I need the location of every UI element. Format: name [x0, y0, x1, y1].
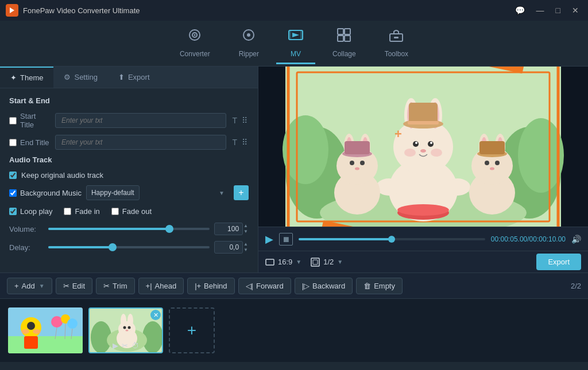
panel-content: Start & End Start Title T ⠿ End Title	[0, 88, 258, 272]
nav-converter[interactable]: Converter	[168, 22, 222, 64]
behind-button[interactable]: |+ Behind	[187, 278, 234, 294]
volume-slider-fill	[48, 228, 169, 230]
start-title-text: Start Title	[20, 112, 51, 129]
bg-music-text: Background Music	[20, 189, 82, 197]
svg-rect-70	[313, 260, 318, 264]
film-clip-2-close[interactable]: ✕	[150, 310, 161, 320]
nav-ripper[interactable]: Ripper	[227, 22, 270, 64]
volume-slider-track[interactable]	[48, 228, 210, 230]
end-title-grid-icon[interactable]: ⠿	[241, 137, 249, 148]
start-title-label[interactable]: Start Title	[9, 112, 51, 129]
forward-button[interactable]: ◁| Forward	[238, 278, 291, 294]
fade-in-text: Fade in	[75, 207, 99, 216]
svg-point-5	[247, 33, 250, 37]
delay-slider-thumb[interactable]	[109, 243, 117, 251]
svg-point-92	[123, 326, 126, 329]
keep-original-checkbox[interactable]	[9, 172, 17, 179]
end-title-font-icon[interactable]: T	[231, 137, 238, 148]
film-trim-icon[interactable]: ✂	[122, 341, 128, 350]
maximize-btn[interactable]: □	[552, 5, 564, 16]
fade-out-checkbox[interactable]	[111, 208, 119, 215]
message-btn[interactable]: 💬	[512, 5, 528, 16]
collage-label: Collage	[332, 50, 356, 58]
end-title-checkbox[interactable]	[9, 139, 17, 146]
svg-rect-8	[300, 30, 303, 40]
trim-button[interactable]: ✂ Trim	[96, 278, 135, 294]
film-play-icon[interactable]: ▶	[113, 341, 118, 350]
film-clip-2[interactable]: ✕ ▶ ✂ ⏱	[88, 307, 163, 353]
end-title-input[interactable]	[55, 135, 226, 150]
delay-slider-fill	[48, 246, 113, 248]
film-clip-1[interactable]	[8, 307, 83, 353]
stop-button[interactable]: ⏹	[279, 233, 293, 246]
svg-point-51	[350, 161, 354, 165]
add-music-button[interactable]: +	[234, 185, 249, 200]
nav-collage[interactable]: Collage	[321, 22, 368, 64]
progress-bar[interactable]	[299, 238, 485, 240]
empty-button[interactable]: 🗑 Empty	[356, 278, 403, 294]
bg-music-label[interactable]: Background Music	[9, 189, 82, 197]
close-btn[interactable]: ✕	[568, 5, 582, 16]
aspect-ratio-icon	[265, 258, 274, 267]
mv-label: MV	[291, 50, 301, 58]
ahead-button[interactable]: +| Ahead	[138, 278, 184, 294]
start-title-input[interactable]	[55, 113, 226, 128]
delay-spin-down[interactable]: ▼	[243, 247, 249, 253]
svg-point-33	[415, 142, 417, 144]
volume-icon[interactable]: 🔊	[571, 235, 581, 244]
delay-spin-up[interactable]: ▲	[243, 242, 249, 247]
bg-music-row: Background Music Happy-default Calm Ener…	[9, 185, 249, 200]
svg-rect-7	[289, 30, 291, 40]
svg-point-35	[420, 149, 426, 153]
fade-in-label[interactable]: Fade in	[64, 207, 99, 216]
play-button[interactable]: ▶	[265, 233, 273, 246]
nav-mv[interactable]: MV	[276, 22, 315, 64]
delay-slider-track[interactable]	[48, 246, 210, 248]
aspect-ratio-selector[interactable]: 16:9 ▼	[265, 258, 301, 267]
music-select-wrapper: Happy-default Calm Energetic Romantic	[86, 185, 229, 200]
fade-out-label[interactable]: Fade out	[111, 207, 152, 216]
svg-marker-0	[10, 7, 14, 13]
toolbox-icon	[388, 27, 404, 46]
film-clock-icon[interactable]: ⏱	[131, 341, 139, 350]
preview-area: +	[258, 67, 588, 227]
tab-setting-label: Setting	[74, 73, 97, 81]
loop-play-checkbox[interactable]	[9, 208, 17, 215]
tab-setting[interactable]: ⚙ Setting	[53, 67, 107, 88]
volume-spin-down[interactable]: ▼	[243, 229, 249, 235]
end-title-row: End Title T ⠿	[9, 135, 249, 150]
nav-toolbox[interactable]: Toolbox	[373, 22, 420, 64]
progress-thumb[interactable]	[388, 236, 395, 243]
music-select[interactable]: Happy-default Calm Energetic Romantic	[86, 185, 140, 200]
empty-label: Empty	[374, 282, 395, 290]
add-label: Add	[22, 282, 35, 290]
edit-button[interactable]: ✂ Edit	[56, 278, 92, 294]
start-title-font-icon[interactable]: T	[231, 115, 238, 126]
backward-button[interactable]: |▷ Backward	[295, 278, 353, 294]
fade-in-checkbox[interactable]	[64, 208, 71, 215]
audio-section: Audio Track Keep original audio track Ba…	[9, 155, 249, 254]
tab-theme-label: Theme	[20, 73, 43, 82]
volume-slider-thumb[interactable]	[165, 225, 173, 233]
start-title-grid-icon[interactable]: ⠿	[241, 115, 249, 126]
loop-play-label[interactable]: Loop play	[9, 207, 52, 216]
end-title-label[interactable]: End Title	[9, 138, 51, 147]
tab-theme[interactable]: ✦ Theme	[0, 67, 53, 88]
add-button[interactable]: + Add ▼	[7, 278, 52, 294]
bg-music-checkbox[interactable]	[9, 189, 17, 197]
loop-row: Loop play Fade in Fade out	[9, 207, 249, 216]
volume-spin-up[interactable]: ▲	[243, 223, 249, 229]
toolbar: + Add ▼ ✂ Edit ✂ Trim +| Ahead |+ Behind…	[0, 272, 588, 299]
tab-export[interactable]: ⬆ Export	[108, 67, 160, 88]
resolution-selector[interactable]: 1/2 ▼	[311, 258, 343, 267]
minimize-btn[interactable]: —	[533, 5, 548, 16]
tab-export-label: Export	[128, 73, 150, 81]
svg-rect-69	[311, 258, 319, 266]
start-title-checkbox[interactable]	[9, 117, 17, 124]
export-button[interactable]: Export	[536, 254, 581, 270]
trim-icon: ✂	[103, 282, 110, 290]
svg-rect-12	[345, 36, 350, 41]
add-clip-button[interactable]: +	[169, 307, 215, 353]
svg-point-52	[360, 161, 365, 165]
window-controls: 💬 — □ ✕	[512, 5, 582, 16]
